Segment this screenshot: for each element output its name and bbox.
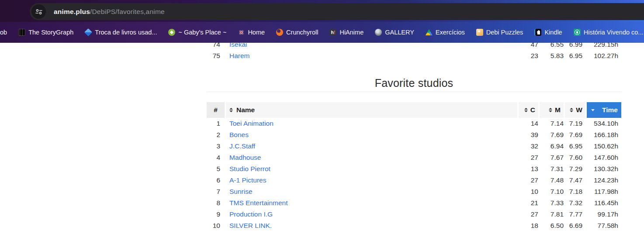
- gaby-icon: [168, 29, 175, 36]
- row-name-link[interactable]: Harem: [229, 52, 250, 59]
- col-header-rank[interactable]: #: [207, 102, 225, 118]
- row-weighted: 7.29: [565, 163, 585, 175]
- studios-table-body: 1 Toei Animation 14 7.14 7.19 534.10h 2 …: [207, 118, 621, 231]
- sort-icon: [229, 108, 233, 112]
- row-weighted: 7.18: [565, 186, 585, 197]
- row-name-link[interactable]: J.C.Staff: [229, 142, 255, 150]
- bookmark-label: ~ Gaby's Place ~: [178, 29, 226, 36]
- gallery-icon: [375, 29, 382, 36]
- row-weighted: 6.69: [565, 220, 585, 231]
- row-rank: 3: [207, 141, 225, 152]
- row-name-link[interactable]: Studio Pierrot: [229, 165, 270, 172]
- row-count: 27: [519, 209, 538, 220]
- row-weighted: 7.32: [565, 197, 585, 209]
- col-header-name-label: Name: [236, 106, 255, 114]
- row-rank: 6: [207, 175, 225, 186]
- row-mean: 7.48: [540, 175, 564, 186]
- row-count: 27: [519, 152, 538, 163]
- bookmark-label: Crunchyroll: [286, 29, 318, 36]
- bookmark-item[interactable]: Home: [238, 29, 265, 36]
- bookmark-label: História Vivendo co...: [584, 29, 644, 36]
- row-name-link[interactable]: Production I.G: [229, 210, 273, 218]
- bookmarks-bar: ob The StoryGraph Troca de livros usad..…: [0, 22, 644, 43]
- row-weighted: 7.19: [565, 118, 585, 129]
- row-mean: 7.67: [540, 152, 564, 163]
- col-header-weighted[interactable]: W: [565, 102, 585, 118]
- row-time: 166.18h: [587, 129, 621, 141]
- col-header-mean-label: M: [555, 106, 561, 114]
- table-row: 3 J.C.Staff 32 6.94 6.95 150.62h: [207, 141, 621, 152]
- home-icon: [238, 29, 245, 36]
- row-rank: 4: [207, 152, 225, 163]
- row-time: 147.60h: [587, 152, 621, 163]
- bookmark-item[interactable]: GALLERY: [375, 29, 414, 36]
- address-bar[interactable]: anime.plus/DebiPS/favorites,anime: [30, 3, 644, 20]
- bookmark-item[interactable]: Exercícios: [426, 29, 465, 36]
- row-name-link[interactable]: SILVER LINK.: [229, 222, 272, 229]
- col-header-name[interactable]: Name: [226, 102, 517, 118]
- row-mean: 7.69: [540, 129, 564, 141]
- table-row: 4 Madhouse 27 7.67 7.60 147.60h: [207, 152, 621, 163]
- puzzles-icon: [476, 29, 483, 36]
- row-mean: 7.33: [540, 197, 564, 209]
- row-rank: 1: [207, 118, 225, 129]
- row-name-link[interactable]: Toei Animation: [229, 120, 274, 127]
- row-name-link[interactable]: Bones: [229, 131, 249, 138]
- row-name-link[interactable]: TMS Entertainment: [229, 199, 288, 206]
- url-text: anime.plus/DebiPS/favorites,anime: [54, 8, 165, 16]
- table-row: 9 Production I.G 27 7.81 7.77 99.17h: [207, 209, 621, 220]
- row-mean: 7.81: [540, 209, 564, 220]
- sort-desc-icon: [591, 109, 595, 111]
- col-header-count-label: C: [530, 106, 535, 114]
- table-row: 8 TMS Entertainment 21 7.33 7.32 116.45h: [207, 197, 621, 209]
- table-row: 10 SILVER LINK. 18 6.50 6.69 77.58h: [207, 220, 621, 231]
- row-time: 99.17h: [587, 209, 621, 220]
- col-header-time-sorted[interactable]: Time: [587, 102, 621, 118]
- col-header-mean[interactable]: M: [540, 102, 564, 118]
- sort-icon: [549, 108, 552, 112]
- row-weighted: 6.95: [565, 50, 585, 62]
- row-name-link[interactable]: Madhouse: [229, 154, 261, 161]
- row-time: 130.32h: [587, 163, 621, 175]
- row-mean: 7.14: [540, 118, 564, 129]
- row-count: 32: [519, 141, 538, 152]
- troca-icon: [84, 28, 92, 36]
- row-count: 14: [519, 118, 538, 129]
- bookmark-item[interactable]: ~ Gaby's Place ~: [168, 29, 226, 36]
- row-mean: 7.10: [540, 186, 564, 197]
- hianime-icon: [329, 29, 336, 36]
- studios-table-header: # Name C M W: [207, 102, 621, 118]
- col-header-weighted-label: W: [576, 106, 582, 114]
- page-title: Favorite studios: [207, 76, 621, 89]
- bookmark-item[interactable]: Debi Puzzles: [476, 29, 523, 36]
- row-name-link[interactable]: A-1 Pictures: [229, 176, 266, 184]
- row-rank: 5: [207, 163, 225, 175]
- row-name-link[interactable]: Sunrise: [229, 188, 253, 195]
- site-info-button[interactable]: [31, 4, 46, 19]
- bookmark-item[interactable]: História Vivendo co...: [574, 29, 644, 36]
- row-count: 27: [519, 175, 538, 186]
- table-row: 2 Bones 39 7.69 7.69 166.18h: [207, 129, 621, 141]
- browser-window: 74 Isekai 47 6.55 6.99 229.15h 75 Harem …: [0, 0, 644, 234]
- bookmark-item[interactable]: Troca de livros usad...: [85, 29, 157, 36]
- row-count: 23: [519, 50, 538, 62]
- bookmark-item[interactable]: Kindle: [534, 29, 562, 36]
- historia-icon: [574, 29, 581, 36]
- bookmark-item[interactable]: The StoryGraph: [18, 29, 73, 36]
- bookmark-item[interactable]: Crunchyroll: [276, 29, 318, 36]
- bookmark-item[interactable]: HiAnime: [329, 29, 364, 36]
- table-row: 5 Studio Pierrot 13 7.31 7.29 130.32h: [207, 163, 621, 175]
- row-time: 77.58h: [587, 220, 621, 231]
- bookmark-item[interactable]: ob: [0, 29, 7, 36]
- bookmark-label: Exercícios: [436, 29, 465, 36]
- bookmark-label: Troca de livros usad...: [95, 29, 157, 36]
- col-header-count[interactable]: C: [519, 102, 538, 118]
- bookmark-label: Debi Puzzles: [486, 29, 523, 36]
- bookmark-label: ob: [0, 29, 7, 36]
- row-rank: 9: [207, 209, 225, 220]
- storygraph-icon: [18, 29, 25, 36]
- bookmark-label: HiAnime: [339, 29, 364, 36]
- row-mean: 7.31: [540, 163, 564, 175]
- col-header-time-label: Time: [602, 106, 618, 114]
- row-time: 534.10h: [587, 118, 621, 129]
